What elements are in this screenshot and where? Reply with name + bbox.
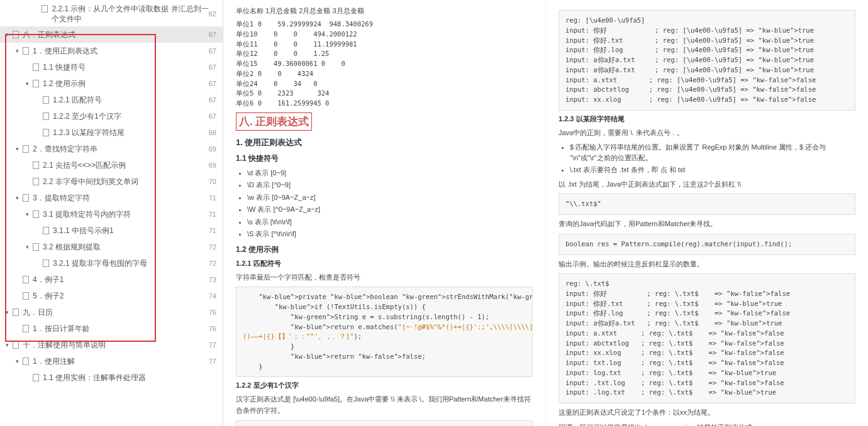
page-icon <box>13 31 19 38</box>
toggle-icon <box>24 374 30 381</box>
page-number: 74 <box>209 292 216 300</box>
heading-examples: 1.2 使用示例 <box>236 244 533 255</box>
heading-end-with: 1.2.3 以某段字符结尾 <box>559 114 855 124</box>
page-icon <box>33 374 39 381</box>
toc-item[interactable]: ▾3．提取特定字符71 <box>0 190 223 206</box>
toc-item[interactable]: ▾十．注解使用与简单说明77 <box>0 337 223 353</box>
toc-item[interactable]: 2.1 尖括号<<>>匹配示例69 <box>0 157 223 173</box>
toc-label: 2.1 尖括号<<>>匹配示例 <box>43 160 126 170</box>
toc-item[interactable]: 1．按日计算年龄76 <box>0 320 223 337</box>
page-number: 67 <box>209 63 216 71</box>
toc-label: 1．使用正则表达式 <box>33 46 97 56</box>
toc-item[interactable]: ▾1.2 使用示例67 <box>0 75 223 92</box>
toc-label: 1.1 使用实例：注解事件处理器 <box>43 373 146 383</box>
toggle-icon <box>34 260 40 266</box>
code-mark-match: "kw-blue">private "kw-blue">boolean "kw-… <box>236 287 533 377</box>
page-icon <box>33 243 39 251</box>
page-number: 62 <box>209 10 216 18</box>
toggle-icon <box>34 6 39 12</box>
toc-item[interactable]: 3.1.1 中括号示例171 <box>0 222 223 239</box>
toggle-icon <box>14 325 20 332</box>
toc-item[interactable]: 2.2 非字母中间找到英文单词70 <box>0 173 223 190</box>
page-icon <box>33 178 39 185</box>
toggle-icon <box>34 129 40 136</box>
toggle-icon <box>24 64 30 70</box>
page-number: 71 <box>209 194 216 202</box>
toc-label: 十．注解使用与简单说明 <box>23 340 106 350</box>
page-number: 67 <box>209 80 216 87</box>
toc-item[interactable]: ▾3.1 提取特定符号内的字符71 <box>0 206 223 222</box>
toc-item[interactable]: 1.1 使用实例：注解事件处理器 <box>0 369 223 386</box>
page-icon <box>42 5 48 13</box>
toggle-icon[interactable]: ▾ <box>14 48 20 54</box>
toc-label: 2.2 非字母中间找到英文单词 <box>43 177 138 187</box>
para-txt-end: 以 .txt 为结尾，Java中正则表达式如下，注意这2个反斜杠 \\ <box>559 179 855 190</box>
list-item: \.txt 表示要符合 .txt 条件，即 点 和 txt <box>570 165 855 175</box>
toggle-icon[interactable]: ▾ <box>24 244 30 250</box>
para-query-code: 查询的Java代码如下，用Pattern和Matcher来寻找。 <box>559 219 855 230</box>
para-extend: 同理，我们可以很容易得出 .log ，.png，.jpg 结尾的正则表达式。 <box>559 422 855 426</box>
page-icon <box>43 129 49 136</box>
toc-sidebar: 2.2.1 示例：从几个文件中读取数据 并汇总到一个文件中62▾八．正则表达式6… <box>0 0 223 426</box>
page-number: 67 <box>209 96 216 104</box>
para-dot-desc: Java中的正则，需要用 \. 来代表点号 . 。 <box>559 128 855 139</box>
page-icon <box>13 309 19 316</box>
toc-item[interactable]: ▾九．日历76 <box>0 304 223 320</box>
toc-item[interactable]: 2.2.1 示例：从几个文件中读取数据 并汇总到一个文件中62 <box>0 1 223 26</box>
toc-item[interactable]: ▾3.2 根据规则提取72 <box>0 239 223 255</box>
toggle-icon[interactable]: ▾ <box>4 309 10 315</box>
page-icon <box>43 259 49 267</box>
page-number: 67 <box>209 31 216 38</box>
page-right: reg: [\u4e00-\u9fa5] input: 你好 ; reg: [\… <box>545 0 868 426</box>
toc-item[interactable]: 1.2.2 至少有1个汉字67 <box>0 108 223 124</box>
code-output-txt: reg: \.txt$ input: 你好 ; reg: \.txt$ => "… <box>559 273 855 403</box>
page-number: 73 <box>209 276 216 283</box>
para-one-cond: 这里的正则表达式只设定了1个条件：以xx为结尾。 <box>559 407 855 418</box>
page-icon <box>23 325 29 332</box>
toc-item[interactable]: ▾2．查找特定字符串69 <box>0 141 223 157</box>
page-icon <box>23 358 29 365</box>
end-with-list: $ 匹配输入字符串结尾的位置。如果设置了 RegExp 对象的 Multilin… <box>570 142 855 175</box>
page-icon <box>23 194 29 202</box>
toc-label: 九．日历 <box>23 307 53 317</box>
code-txt-regex: "\\.txt$" <box>559 194 855 215</box>
toggle-icon[interactable]: ▾ <box>14 195 20 201</box>
toggle-icon[interactable]: ▾ <box>24 211 30 217</box>
toggle-icon[interactable]: ▾ <box>4 342 10 348</box>
page-number: 71 <box>209 210 216 218</box>
page-icon <box>23 292 29 300</box>
list-item: \d 表示 [0~9] <box>247 168 533 178</box>
toc-item[interactable]: ▾1．使用正则表达式67 <box>0 43 223 59</box>
toc-label: 1.2.1 匹配符号 <box>53 95 102 105</box>
list-item: $ 匹配输入字符串结尾的位置。如果设置了 RegExp 对象的 Multilin… <box>570 142 855 163</box>
shortcut-list: \d 表示 [0~9]\D 表示 [^0~9]\w 表示 [0~9A~Z_a~z… <box>247 168 533 239</box>
heading-use-regex: 1. 使用正则表达式 <box>236 137 533 148</box>
page-icon <box>23 276 29 283</box>
page-number: 72 <box>209 243 216 251</box>
toc-item[interactable]: ▾八．正则表达式67 <box>0 26 223 43</box>
toc-item[interactable]: 1.2.3 以某段字符结尾68 <box>0 124 223 141</box>
toc-item[interactable]: ▾1．使用注解77 <box>0 353 223 369</box>
toc-item[interactable]: 1.2.1 匹配符号67 <box>0 92 223 108</box>
toc-label: 2.2.1 示例：从几个文件中读取数据 并汇总到一个文件中 <box>52 4 208 24</box>
toggle-icon[interactable]: ▾ <box>14 146 20 152</box>
code-output-hanzi: reg: [\u4e00-\u9fa5] input: 你好 ; reg: [\… <box>559 10 855 111</box>
page-number: 69 <box>209 161 216 169</box>
page-number: 76 <box>209 309 216 316</box>
toc-item[interactable]: 4．例子173 <box>0 271 223 288</box>
toc-item[interactable]: 5．例子274 <box>0 288 223 304</box>
page-number: 72 <box>209 259 216 267</box>
heading-shortcuts: 1.1 快捷符号 <box>236 153 533 164</box>
page-icon <box>43 227 49 234</box>
toc-item[interactable]: 1.1 快捷符号67 <box>0 59 223 75</box>
list-item: \w 表示 [0~9A~Z_a~z] <box>247 192 533 203</box>
heading-highlight: 八. 正则表达式 <box>236 112 312 131</box>
page-icon <box>13 341 19 349</box>
toggle-icon[interactable]: ▾ <box>24 80 30 87</box>
list-item: \s 表示 [\t\n\r\f] <box>247 217 533 227</box>
page-number: 71 <box>209 227 216 234</box>
toc-item[interactable]: 3.2.1 提取非字母包围的字母72 <box>0 255 223 271</box>
toggle-icon[interactable]: ▾ <box>4 31 10 38</box>
code-pattern-find: boolean res = Pattern.compile(reg).match… <box>559 234 855 255</box>
toggle-icon[interactable]: ▾ <box>14 358 20 364</box>
